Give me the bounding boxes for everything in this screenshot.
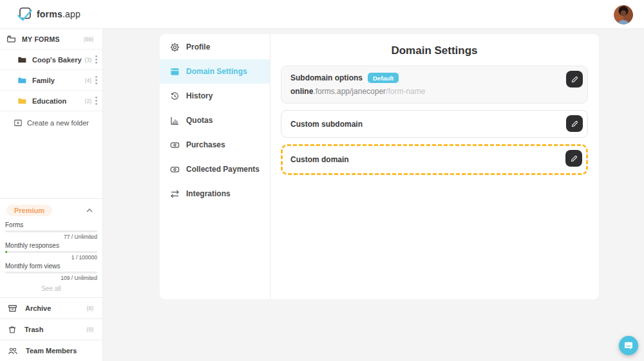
app-screen: forms.app MY <box>0 0 644 361</box>
history-icon <box>170 91 180 101</box>
create-folder-label: Create a new folder <box>27 119 89 127</box>
folder-count: (3) <box>85 57 91 63</box>
url-domain-part: .forms.app/janecoper <box>313 87 386 96</box>
top-header: forms.app <box>0 0 644 29</box>
sidebar-item-team-members[interactable]: Team Members <box>0 340 102 361</box>
archive-label: Archive <box>25 304 51 312</box>
edit-custom-subdomain-button[interactable] <box>566 115 583 132</box>
menu-label: Quotas <box>186 116 213 125</box>
pencil-icon <box>570 154 578 163</box>
card-title: Custom domain <box>290 155 349 164</box>
sidebar-folder-education[interactable]: Education (2) <box>0 91 102 111</box>
browser-window-icon <box>170 67 180 77</box>
card-title: Custom subdomain <box>290 120 363 129</box>
transfer-arrows-icon <box>170 190 180 198</box>
gear-icon <box>170 42 180 52</box>
stat-value: 109 / Unlimited <box>5 275 97 281</box>
menu-item-quotas[interactable]: Quotas <box>160 108 270 133</box>
sidebar: MY FORMS (69) Coop's Bakery (3) Family <box>0 29 103 361</box>
folder-label: Coop's Bakery <box>32 56 82 64</box>
folder-icon <box>17 55 26 64</box>
kebab-menu-icon[interactable] <box>95 97 97 105</box>
stat-value: 1 / 100000 <box>5 254 97 261</box>
trash-count: (0) <box>87 326 93 333</box>
forms-app-logo[interactable]: forms.app <box>17 7 80 22</box>
trash-icon <box>8 325 17 335</box>
quota-stat-responses: Monthly responses 1 / 100000 <box>5 242 97 261</box>
progress-fill <box>5 251 7 253</box>
sidebar-spacer <box>0 134 102 198</box>
kebab-menu-icon[interactable] <box>95 76 97 84</box>
stat-value: 77 / Unlimited <box>5 234 97 240</box>
menu-label: History <box>186 91 213 100</box>
menu-item-domain-settings[interactable]: Domain Settings <box>160 59 270 84</box>
subdomain-options-card: Subdomain options Default online.forms.a… <box>281 66 588 104</box>
premium-badge[interactable]: Premium <box>6 205 52 216</box>
folder-label: Education <box>32 97 66 105</box>
archive-count: (8) <box>87 305 93 311</box>
archive-icon <box>8 304 17 313</box>
chat-bubble-icon <box>624 341 633 350</box>
progress-bar <box>5 230 97 232</box>
quota-stat-views: Monthly form views 109 / Unlimited <box>5 263 97 281</box>
domain-settings-content: Domain Settings Subdomain options Defaul… <box>270 34 599 299</box>
menu-label: Purchases <box>186 140 225 149</box>
menu-label: Integrations <box>186 189 231 198</box>
progress-bar <box>5 272 97 273</box>
my-forms-label: MY FORMS <box>22 35 60 43</box>
folders-icon <box>6 34 16 44</box>
menu-item-profile[interactable]: Profile <box>160 35 270 59</box>
custom-subdomain-card: Custom subdomain <box>281 110 588 138</box>
pencil-icon <box>571 120 579 128</box>
premium-section: Premium Forms 77 / Unlimited Monthly res… <box>0 198 102 297</box>
sidebar-folder-coops-bakery[interactable]: Coop's Bakery (3) <box>0 50 102 70</box>
folder-label: Family <box>32 77 55 84</box>
quota-stat-forms: Forms 77 / Unlimited <box>5 221 97 240</box>
url-subdomain-part: online <box>290 87 313 96</box>
card-title: Subdomain options <box>290 73 363 82</box>
stat-label: Monthly responses <box>5 242 97 249</box>
forms-app-logo-icon <box>17 7 32 22</box>
collapse-chevron-icon[interactable] <box>86 208 93 213</box>
banknote-icon <box>170 140 180 150</box>
settings-panel: Profile Domain Settings <box>160 34 599 299</box>
page-title: Domain Settings <box>281 44 588 57</box>
folder-count: (2) <box>85 98 91 104</box>
subdomain-url: online.forms.app/janecoper/form-name <box>290 87 578 96</box>
banknote-icon <box>170 165 180 174</box>
edit-custom-domain-button[interactable] <box>565 150 582 167</box>
pencil-icon <box>571 75 579 84</box>
kebab-menu-icon[interactable] <box>95 55 97 64</box>
user-avatar[interactable] <box>614 5 633 24</box>
menu-label: Domain Settings <box>186 67 247 76</box>
create-folder-button[interactable]: Create a new folder <box>0 111 102 134</box>
menu-item-history[interactable]: History <box>160 84 270 108</box>
bar-chart-icon <box>170 116 180 125</box>
sidebar-item-archive[interactable]: Archive (8) <box>0 297 102 319</box>
stat-label: Forms <box>5 221 97 228</box>
menu-item-purchases[interactable]: Purchases <box>160 133 270 157</box>
team-members-icon <box>8 346 18 355</box>
menu-item-collected-payments[interactable]: Collected Payments <box>160 157 270 181</box>
folder-count: (4) <box>85 77 91 84</box>
settings-menu: Profile Domain Settings <box>160 34 270 299</box>
stat-label: Monthly form views <box>5 263 97 270</box>
menu-item-integrations[interactable]: Integrations <box>160 181 270 206</box>
sidebar-item-my-forms[interactable]: MY FORMS (69) <box>0 29 102 50</box>
sidebar-folder-family[interactable]: Family (4) <box>0 70 102 91</box>
progress-bar <box>5 251 97 253</box>
custom-domain-card: Custom domain <box>281 144 588 175</box>
my-forms-count: (69) <box>84 36 93 42</box>
url-formname-part: /form-name <box>386 87 425 96</box>
default-badge: Default <box>368 73 399 83</box>
menu-label: Profile <box>186 42 210 51</box>
create-folder-icon <box>14 118 23 127</box>
folder-icon <box>17 76 26 85</box>
sidebar-item-trash[interactable]: Trash (0) <box>0 319 102 340</box>
chat-launcher-button[interactable] <box>619 336 638 355</box>
edit-subdomain-button[interactable] <box>566 71 583 88</box>
team-members-label: Team Members <box>26 347 77 355</box>
logo-text: forms.app <box>37 9 80 19</box>
menu-label: Collected Payments <box>186 165 260 174</box>
see-all-link[interactable]: See all <box>5 283 97 295</box>
